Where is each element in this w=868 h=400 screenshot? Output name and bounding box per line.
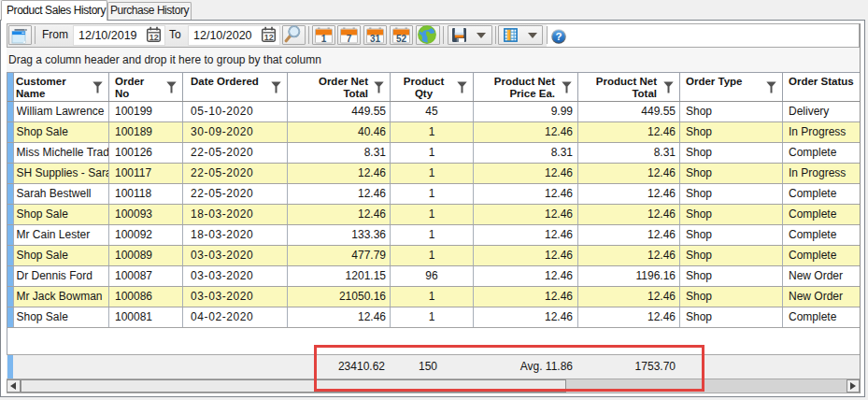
svg-text:7: 7 xyxy=(347,34,352,44)
svg-text:12: 12 xyxy=(264,33,274,42)
svg-text:12: 12 xyxy=(149,33,159,42)
svg-text:31: 31 xyxy=(370,34,381,44)
svg-text:?: ? xyxy=(555,31,562,42)
svg-text:1: 1 xyxy=(321,34,327,44)
svg-text:52: 52 xyxy=(396,34,407,44)
